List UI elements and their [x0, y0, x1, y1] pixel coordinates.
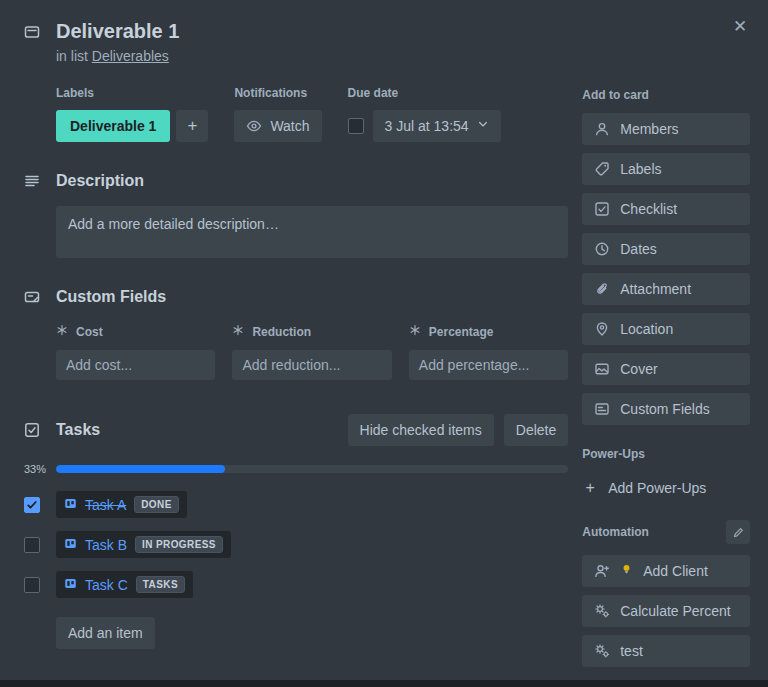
- label-chip[interactable]: Deliverable 1: [56, 110, 170, 142]
- sidebar-attachment-label: Attachment: [620, 281, 691, 297]
- sidebar-location-button[interactable]: Location: [582, 313, 750, 345]
- task-checkbox[interactable]: [24, 577, 40, 593]
- task-title: Task A: [85, 497, 126, 513]
- chevron-down-icon: [477, 118, 489, 134]
- description-input[interactable]: Add a more detailed description…: [56, 206, 568, 258]
- plus-icon: +: [582, 479, 598, 497]
- notifications-group: Notifications Watch: [234, 86, 321, 142]
- list-link[interactable]: Deliverables: [92, 48, 169, 64]
- sidebar-checklist-label: Checklist: [620, 201, 677, 217]
- card-list-location: in list Deliverables: [56, 48, 744, 64]
- card-link-icon: [64, 497, 77, 513]
- custom-field-reduction-label: Reduction: [252, 325, 311, 339]
- task-card-link[interactable]: Task B IN PROGRESS: [56, 531, 231, 558]
- sidebar-cover-button[interactable]: Cover: [582, 353, 750, 385]
- gears-icon: [594, 643, 610, 659]
- custom-field-cost: Cost Add cost...: [56, 324, 215, 380]
- delete-checklist-button[interactable]: Delete: [504, 414, 568, 446]
- gears-icon: [594, 603, 610, 619]
- task-status-badge: IN PROGRESS: [135, 536, 223, 553]
- clock-icon: [594, 241, 610, 257]
- task-card-link[interactable]: Task A DONE: [56, 491, 187, 518]
- description-section: Description Add a more detailed descript…: [24, 172, 568, 258]
- due-date-checkbox[interactable]: [348, 118, 364, 134]
- task-status-badge: DONE: [134, 496, 179, 513]
- add-powerups-button[interactable]: + Add Power-Ups: [582, 472, 750, 504]
- custom-field-percentage-label: Percentage: [429, 325, 494, 339]
- automation-test-button[interactable]: test: [582, 635, 750, 667]
- tag-icon: [594, 161, 610, 177]
- sidebar-dates-label: Dates: [620, 241, 657, 257]
- checklist-icon: [24, 422, 40, 438]
- description-icon: [24, 173, 40, 189]
- close-icon[interactable]: ✕: [726, 12, 754, 40]
- sidebar-dates-button[interactable]: Dates: [582, 233, 750, 265]
- custom-fields-icon: [594, 401, 610, 417]
- sidebar-location-label: Location: [620, 321, 673, 337]
- task-row: Task B IN PROGRESS: [24, 531, 568, 558]
- task-card-link[interactable]: Task C TASKS: [56, 571, 193, 598]
- custom-fields-heading: Custom Fields: [56, 288, 166, 306]
- card-link-icon: [64, 537, 77, 553]
- add-checklist-item-button[interactable]: Add an item: [56, 617, 155, 649]
- due-date-group: Due date 3 Jul at 13:54: [348, 86, 501, 142]
- sidebar-attachment-button[interactable]: Attachment: [582, 273, 750, 305]
- task-title: Task B: [85, 537, 127, 553]
- automation-calculate-percent-button[interactable]: Calculate Percent: [582, 595, 750, 627]
- add-powerups-label: Add Power-Ups: [608, 480, 706, 496]
- card-link-icon: [64, 577, 77, 593]
- reduction-input[interactable]: Add reduction...: [232, 350, 391, 380]
- checklist-progress: 33%: [24, 463, 568, 475]
- card-meta-row: Labels Deliverable 1 + Notifications Wat…: [56, 86, 568, 142]
- due-date-value: 3 Jul at 13:54: [385, 118, 469, 134]
- task-checkbox[interactable]: [24, 537, 40, 553]
- notifications-section-label: Notifications: [234, 86, 321, 100]
- person-add-icon: [594, 563, 610, 579]
- automation-calculate-percent-label: Calculate Percent: [620, 603, 731, 619]
- sidebar-checklist-button[interactable]: Checklist: [582, 193, 750, 225]
- tasks-section: Tasks Hide checked items Delete 33%: [24, 414, 568, 649]
- hide-checked-items-button[interactable]: Hide checked items: [348, 414, 494, 446]
- eye-icon: [246, 118, 262, 134]
- card-title[interactable]: Deliverable 1: [56, 20, 179, 43]
- sidebar-labels-button[interactable]: Labels: [582, 153, 750, 185]
- sidebar-custom-fields-button[interactable]: Custom Fields: [582, 393, 750, 425]
- progress-fill: [56, 465, 225, 473]
- task-checkbox[interactable]: [24, 497, 40, 513]
- cost-input[interactable]: Add cost...: [56, 350, 215, 380]
- custom-field-cost-label: Cost: [76, 325, 103, 339]
- card-sidebar: Add to card Members Labels Checklist: [582, 86, 750, 675]
- powerups-label: Power-Ups: [582, 447, 750, 461]
- automation-add-client-button[interactable]: Add Client: [582, 555, 750, 587]
- card-main-column: Labels Deliverable 1 + Notifications Wat…: [24, 86, 568, 675]
- custom-field-percentage: Percentage Add percentage...: [409, 324, 568, 380]
- automation-add-client-label: Add Client: [643, 563, 708, 579]
- automation-label: Automation: [582, 525, 649, 539]
- percentage-input[interactable]: Add percentage...: [409, 350, 568, 380]
- checklist-icon: [594, 201, 610, 217]
- cover-icon: [594, 361, 610, 377]
- person-icon: [594, 121, 610, 137]
- add-label-button[interactable]: +: [176, 110, 208, 142]
- automation-test-label: test: [620, 643, 643, 659]
- edit-automation-button[interactable]: [726, 520, 750, 544]
- custom-field-reduction: Reduction Add reduction...: [232, 324, 391, 380]
- labels-section-label: Labels: [56, 86, 208, 100]
- add-to-card-label: Add to card: [582, 88, 750, 102]
- custom-field-icon: [232, 324, 244, 340]
- watch-button-label: Watch: [270, 118, 309, 134]
- custom-fields-section: Custom Fields Cost Add cost...: [24, 288, 568, 380]
- task-row: Task C TASKS: [24, 571, 568, 598]
- custom-fields-icon: [24, 289, 40, 305]
- page-background-strip: [0, 680, 768, 687]
- sidebar-cover-label: Cover: [620, 361, 657, 377]
- card-header: Deliverable 1 in list Deliverables: [0, 0, 768, 64]
- task-status-badge: TASKS: [136, 576, 185, 593]
- sidebar-members-label: Members: [620, 121, 678, 137]
- due-date-button[interactable]: 3 Jul at 13:54: [373, 110, 501, 142]
- watch-button[interactable]: Watch: [234, 110, 321, 142]
- sidebar-members-button[interactable]: Members: [582, 113, 750, 145]
- card-detail-modal: Deliverable 1 in list Deliverables ✕ Lab…: [0, 0, 768, 687]
- lightbulb-icon: [620, 563, 633, 579]
- card-icon: [24, 24, 40, 40]
